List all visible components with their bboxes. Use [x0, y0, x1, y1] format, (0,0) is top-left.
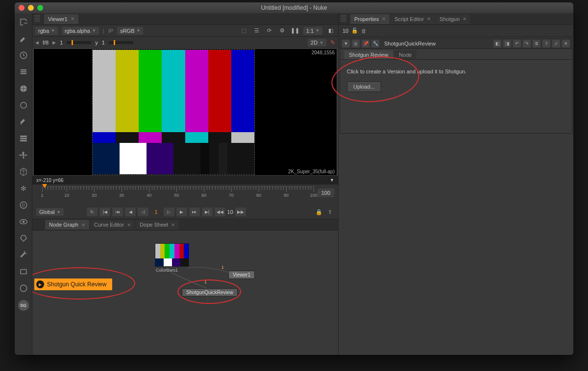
tab-dopesheet[interactable]: Dope Sheet✕	[136, 220, 179, 230]
playback-j-icon[interactable]: ↻	[87, 208, 98, 216]
tabbar-grip[interactable]	[341, 15, 346, 22]
tab-viewer1[interactable]: Viewer1 ✕	[44, 14, 78, 24]
proxy-icon[interactable]: ◧	[326, 27, 335, 35]
skip-back-button[interactable]: ◀◀	[215, 208, 225, 216]
pause-icon[interactable]: ❚❚	[291, 27, 299, 35]
tab-shotgun[interactable]: Shotgun✕	[436, 14, 470, 24]
lock-icon[interactable]: 🔓	[351, 27, 358, 34]
toolsets-icon[interactable]	[19, 250, 28, 260]
close-icon[interactable]: ✕	[171, 222, 175, 228]
views-icon[interactable]	[19, 217, 28, 227]
scope-select[interactable]: Global▼	[36, 208, 64, 216]
revert2-icon[interactable]: ↷	[523, 40, 531, 47]
tab-scripteditor[interactable]: Script Editor✕	[391, 14, 435, 24]
tab-nodegraph[interactable]: Node Graph✕	[45, 220, 89, 230]
close-icon[interactable]: ✕	[71, 16, 74, 22]
pin-icon[interactable]: 📌	[362, 40, 369, 47]
clip-icon[interactable]: ⬚	[240, 27, 248, 35]
tick-label: 30	[119, 193, 124, 198]
import-icon[interactable]	[19, 17, 28, 27]
node-colorbars-thumb[interactable]	[155, 243, 189, 267]
refresh-icon[interactable]: ⟳	[265, 27, 274, 35]
viewer-tabbar: Viewer1 ✕	[32, 13, 338, 25]
tab-curveeditor[interactable]: Curve Editor✕	[90, 220, 135, 230]
shotgun-toolbar-icon[interactable]: SG	[18, 300, 29, 311]
tabbar-grip[interactable]	[34, 15, 40, 22]
particles-icon[interactable]: ✻	[19, 184, 28, 193]
close-panel-icon[interactable]: ✕	[562, 40, 570, 47]
deep-icon[interactable]: D	[19, 200, 28, 210]
shotgun-quick-review-button[interactable]: ▶ Shotgun Quick Review	[34, 278, 112, 290]
subtab-node[interactable]: Node	[394, 50, 416, 59]
node-graph[interactable]: ▶ Shotgun Quick Review ColorBars1 Viewer…	[32, 231, 338, 355]
color-icon[interactable]	[19, 84, 28, 93]
filter-icon[interactable]	[19, 100, 28, 110]
upload-button[interactable]: Upload...	[347, 81, 381, 92]
draw-icon[interactable]	[19, 34, 28, 44]
close-icon[interactable]: ✕	[81, 222, 85, 228]
close-window-button[interactable]	[19, 5, 24, 11]
revert-icon[interactable]: ↶	[513, 40, 521, 47]
lock-icon[interactable]: 🔒	[315, 208, 323, 216]
gain-slider[interactable]	[67, 41, 91, 44]
keyer-icon[interactable]	[19, 117, 28, 127]
timeline-ticks: 1102030405060708090100	[42, 186, 314, 201]
prev-key-button[interactable]: ⏮	[112, 208, 123, 216]
s-icon[interactable]: S	[533, 40, 540, 47]
viewer-canvas[interactable]: 2048,1556 2K_Super_35(full-ap)	[33, 48, 337, 176]
panel-body: Click to create a Version and upload it …	[340, 60, 572, 133]
zoom-select[interactable]: 1:1▼	[303, 27, 322, 35]
skip-value[interactable]: 10	[227, 209, 233, 215]
step-fwd-button[interactable]: ▷	[164, 208, 174, 216]
merge-icon[interactable]	[19, 134, 28, 143]
next-key-button[interactable]: ⏭	[189, 208, 200, 216]
wrench-icon[interactable]: 🔧	[371, 40, 379, 47]
play-icon: ▶	[36, 280, 44, 288]
dimension-select[interactable]: 2D▼	[308, 39, 326, 46]
help-icon[interactable]: ?	[542, 40, 550, 47]
panel-count[interactable]: 10	[343, 28, 348, 34]
export-icon[interactable]: ⇪	[325, 208, 334, 216]
3d-icon[interactable]	[19, 167, 28, 177]
timeline[interactable]: 1102030405060708090100 100	[32, 185, 338, 205]
lut-select[interactable]: sRGB▼	[117, 27, 143, 35]
clock-icon[interactable]	[19, 50, 28, 60]
subtab-shotgun-review[interactable]: Shotgun Review	[344, 50, 393, 59]
property-panel-sgqr: ▼ ◎ 📌 🔧 ShotgunQuickReview ◧ ◨ ↶ ↷ S ? ⤢…	[340, 38, 572, 134]
close-icon[interactable]: ✕	[127, 222, 131, 228]
last-frame-button[interactable]: ▶|	[202, 208, 213, 216]
first-frame-button[interactable]: |◀	[99, 208, 110, 216]
clear-icon[interactable]: 🗑	[361, 28, 367, 34]
node-shotgunquickreview[interactable]: ShotgunQuickReview	[182, 288, 238, 297]
zoom-window-button[interactable]	[37, 5, 43, 11]
center-node-icon[interactable]: ◎	[352, 40, 360, 47]
other-icon[interactable]	[19, 267, 28, 277]
current-frame[interactable]: 1	[150, 209, 161, 215]
close-icon[interactable]: ✕	[463, 16, 466, 22]
play-fwd-button[interactable]: ▶	[176, 208, 187, 216]
redo-icon[interactable]: ◨	[503, 40, 511, 47]
roto-pencil-icon[interactable]: ✎	[330, 39, 335, 46]
float-icon[interactable]: ⤢	[552, 40, 560, 47]
minimize-window-button[interactable]	[28, 5, 34, 11]
tab-properties[interactable]: Properties✕	[350, 14, 390, 24]
channel-select[interactable]: rgba▼	[35, 27, 58, 35]
close-icon[interactable]: ✕	[427, 16, 431, 22]
undo-icon[interactable]: ◧	[493, 40, 501, 47]
node-viewer1[interactable]: Viewer1	[228, 271, 255, 279]
gear-icon[interactable]: ⚙	[278, 27, 287, 35]
step-back-button[interactable]: ◁	[138, 208, 148, 216]
list-icon[interactable]: ☰	[252, 27, 261, 35]
status-caret-icon[interactable]: ▼	[330, 178, 334, 183]
collapse-icon[interactable]: ▼	[342, 40, 350, 47]
close-icon[interactable]: ✕	[382, 16, 386, 22]
transform-icon[interactable]	[19, 150, 28, 160]
channel-icon[interactable]	[19, 67, 28, 77]
subchannel-select[interactable]: rgba.alpha▼	[62, 27, 99, 35]
furnace-icon[interactable]	[19, 283, 28, 293]
skip-fwd-button[interactable]: ▶▶	[235, 208, 246, 216]
frame-range-field[interactable]: 100	[318, 188, 334, 197]
play-back-button[interactable]: ◀	[125, 208, 136, 216]
gamma-slider[interactable]	[109, 41, 133, 44]
metadata-icon[interactable]	[19, 233, 28, 243]
